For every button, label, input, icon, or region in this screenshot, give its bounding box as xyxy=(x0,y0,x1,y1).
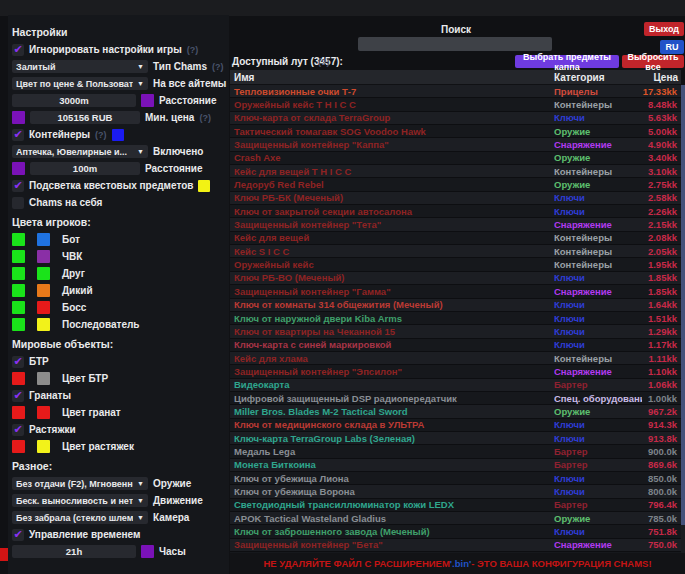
table-row[interactable]: Тепловизионные очки Т-7Прицелы17.33kk xyxy=(230,85,681,98)
table-row[interactable]: Ключ-карта с синей маркировкойКлючи1.17k… xyxy=(230,339,681,352)
table-row[interactable]: APOK Tactical Wasteland GladiusОружие785… xyxy=(230,512,681,525)
color-swatch-primary[interactable] xyxy=(12,250,25,263)
text-input-мин-цена[interactable]: 105156 RUB xyxy=(30,111,140,124)
checkbox-управление-временем[interactable]: ✔ xyxy=(12,529,24,541)
checkbox-гранаты[interactable]: ✔ xyxy=(12,390,24,402)
color-swatch-secondary[interactable] xyxy=(37,406,50,419)
table-row[interactable]: Ключ-карта TerraGroup Labs (Зеленая)Ключ… xyxy=(230,432,681,445)
checkbox-контейнеры[interactable]: ✔ xyxy=(12,129,24,141)
table-row[interactable]: Оружейный кейсКонтейнеры1.95kk xyxy=(230,258,681,271)
table-row[interactable]: Ключ от заброшенного завода (Меченый)Клю… xyxy=(230,525,681,538)
color-swatch-primary[interactable] xyxy=(12,267,25,280)
color-swatch[interactable] xyxy=(198,180,210,192)
table-row[interactable]: Кейс для вещейКонтейнеры2.08kk xyxy=(230,232,681,245)
color-swatch-primary[interactable] xyxy=(12,233,25,246)
color-swatch[interactable] xyxy=(141,94,154,107)
exit-button[interactable]: Выход xyxy=(644,22,684,36)
dropdown-камера[interactable]: Без забрала (стекло шлема)▼ xyxy=(12,511,148,524)
table-row[interactable]: Ключ от убежища ВоронаКлючи800.0k xyxy=(230,485,681,498)
color-swatch-secondary[interactable] xyxy=(37,440,50,453)
text-input-расстояние[interactable]: 3000m xyxy=(12,94,136,107)
section-title-разное: Разное: xyxy=(12,460,225,473)
table-row[interactable]: Miller Bros. Blades M-2 Tactical SwordОр… xyxy=(230,405,681,418)
loot-item-category: Контейнеры xyxy=(554,353,642,364)
select-kappa-items-button[interactable]: Выбрать предметы каппа xyxy=(515,55,619,68)
table-row[interactable]: Ключ от комнаты 314 общежития (Меченый)К… xyxy=(230,299,681,312)
setting-label: Цвет БТР xyxy=(62,373,108,384)
column-header-category[interactable]: Категория xyxy=(554,72,642,83)
checkbox-подсветка-квестовых-предметов[interactable]: ✔ xyxy=(12,180,24,192)
table-row[interactable]: Медаль LegaБартер900.0k xyxy=(230,445,681,458)
table-row[interactable]: ВидеокартаБартер1.06kk xyxy=(230,379,681,392)
loot-item-name: Цифровой защищенный DSP радиопередатчик xyxy=(230,393,554,404)
dropdown-оружие[interactable]: Без отдачи (F2), Мгновенное п▼ xyxy=(12,477,148,490)
table-row[interactable]: Защищенный контейнер "Каппа"Снаряжение4.… xyxy=(230,138,681,151)
table-row[interactable]: Ключ от закрытой секции автосалонаКлючи2… xyxy=(230,205,681,218)
color-swatch[interactable] xyxy=(112,129,124,141)
color-swatch-primary[interactable] xyxy=(12,406,25,419)
column-header-price[interactable]: Цена xyxy=(642,72,678,83)
table-row[interactable]: Ключ РБ-ВО (Меченый)Ключи1.85kk xyxy=(230,272,681,285)
color-swatch-secondary[interactable] xyxy=(37,250,50,263)
dropdown-тип-chams[interactable]: Залитый▼ xyxy=(12,60,148,73)
color-swatch-primary[interactable] xyxy=(12,301,25,314)
table-row[interactable]: Защищенный контейнер "Эпсилон"Снаряжение… xyxy=(230,365,681,378)
dropdown-на-все-айтемы[interactable]: Цвет по цене & Пользователь▼ xyxy=(12,77,148,90)
loot-item-name: Тактический томагавк SOG Voodoo Hawk xyxy=(230,126,554,137)
color-swatch-secondary[interactable] xyxy=(37,301,50,314)
checkbox-игнорировать-настройки-игры[interactable]: ✔ xyxy=(12,44,24,56)
table-row[interactable]: Защищенный контейнер "Тета"Снаряжение2.1… xyxy=(230,218,681,231)
drop-all-button[interactable]: Выбросить все xyxy=(622,55,684,68)
text-input-расстояние[interactable]: 100m xyxy=(30,162,140,175)
table-row[interactable]: Ключ от наружной двери Kiba ArmsКлючи1.5… xyxy=(230,312,681,325)
dropdown-включено[interactable]: Аптечка, Ювелирные и...▼ xyxy=(12,145,148,158)
table-scrollbar[interactable] xyxy=(681,85,685,553)
color-swatch-primary[interactable] xyxy=(12,372,25,385)
table-row[interactable]: Ключ-карта от склада TerraGroupКлючи5.63… xyxy=(230,112,681,125)
table-row[interactable]: Ключ от медицинского склада в УЛЬТРАКлюч… xyxy=(230,419,681,432)
dropdown-движение[interactable]: Беск. выносливость и нет уста:▼ xyxy=(12,494,148,507)
setting-row-расстояние: 3000mРасстояние xyxy=(12,94,225,107)
scrollbar-thumb[interactable] xyxy=(681,85,685,525)
color-swatch-secondary[interactable] xyxy=(37,233,50,246)
color-swatch[interactable] xyxy=(12,111,25,124)
loot-item-price: 3.10kk xyxy=(642,166,677,177)
table-row[interactable]: Кейс для вещей T H I C CКонтейнеры3.10kk xyxy=(230,165,681,178)
table-row[interactable]: Оружейный кейс T H I C CКонтейнеры8.48kk xyxy=(230,98,681,111)
color-swatch[interactable] xyxy=(141,545,154,558)
loot-item-price: 1.17kk xyxy=(642,339,677,350)
table-row[interactable]: Ключ от квартиры на Чеканной 15Ключи1.29… xyxy=(230,325,681,338)
table-row[interactable]: Ледоруб Red RebelОружие2.75kk xyxy=(230,178,681,191)
checkbox-chams-на-себя[interactable] xyxy=(12,197,24,209)
table-row[interactable]: Светодиодный трансиллюминатор кожи LEDXБ… xyxy=(230,499,681,512)
table-row[interactable]: Кейс S I C CКонтейнеры2.05kk xyxy=(230,245,681,258)
color-swatch-primary[interactable] xyxy=(12,284,25,297)
table-row[interactable]: Монета БиткоинаБартер869.6k xyxy=(230,459,681,472)
color-swatch-secondary[interactable] xyxy=(37,318,50,331)
loot-item-name: Ключ-карта от склада TerraGroup xyxy=(230,112,554,123)
search-input[interactable] xyxy=(358,37,552,51)
color-swatch-secondary[interactable] xyxy=(37,372,50,385)
table-row[interactable]: Ключ РБ-БК (Меченый)Ключи2.58kk xyxy=(230,192,681,205)
table-row[interactable]: Цифровой защищенный DSP радиопередатчикС… xyxy=(230,392,681,405)
table-row[interactable]: Кейс для хламаКонтейнеры1.11kk xyxy=(230,352,681,365)
color-swatch[interactable] xyxy=(12,162,25,175)
loot-item-category: Ключи xyxy=(554,339,642,350)
color-swatch-primary[interactable] xyxy=(12,318,25,331)
loot-item-name: Ключ РБ-ВО (Меченый) xyxy=(230,272,554,283)
setting-label: Последователь xyxy=(62,319,140,330)
color-swatch-secondary[interactable] xyxy=(37,267,50,280)
checkbox-растяжки[interactable]: ✔ xyxy=(12,424,24,436)
table-row[interactable]: Crash AxeОружие3.40kk xyxy=(230,152,681,165)
column-header-name[interactable]: Имя xyxy=(230,72,554,83)
table-row[interactable]: Защищенный контейнер "Бета"Снаряжение750… xyxy=(230,539,681,552)
table-row[interactable]: Ключ от убежища ЛионаКлючи850.0k xyxy=(230,472,681,485)
setting-row-бтр: ✔БТР xyxy=(12,355,225,368)
config-warning-bar: НЕ УДАЛЯЙТЕ ФАЙЛ С РАСШИРЕНИЕМ '.bin' - … xyxy=(230,553,685,574)
table-row[interactable]: Защищенный контейнер "Гамма"Снаряжение1.… xyxy=(230,285,681,298)
checkbox-бтр[interactable]: ✔ xyxy=(12,356,24,368)
table-row[interactable]: Тактический томагавк SOG Voodoo HawkОруж… xyxy=(230,125,681,138)
color-swatch-primary[interactable] xyxy=(12,440,25,453)
color-swatch-secondary[interactable] xyxy=(37,284,50,297)
text-input-часы[interactable]: 21h xyxy=(12,545,136,558)
